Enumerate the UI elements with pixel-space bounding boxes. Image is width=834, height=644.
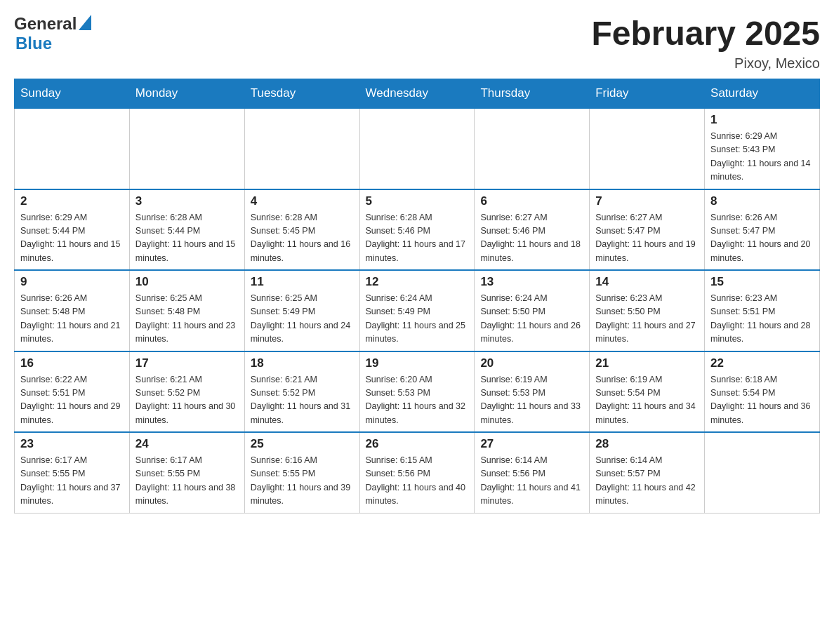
table-row: 6Sunrise: 6:27 AMSunset: 5:46 PMDaylight… xyxy=(475,189,590,271)
calendar-header-row: Sunday Monday Tuesday Wednesday Thursday… xyxy=(15,79,820,109)
day-number: 6 xyxy=(480,194,583,208)
day-info: Sunrise: 6:17 AMSunset: 5:55 PMDaylight:… xyxy=(135,454,239,509)
day-number: 7 xyxy=(595,194,699,208)
week-row: 1Sunrise: 6:29 AMSunset: 5:43 PMDaylight… xyxy=(15,108,820,189)
day-info: Sunrise: 6:24 AMSunset: 5:49 PMDaylight:… xyxy=(366,292,469,347)
table-row xyxy=(15,108,130,189)
table-row: 11Sunrise: 6:25 AMSunset: 5:49 PMDayligh… xyxy=(244,270,359,351)
day-info: Sunrise: 6:14 AMSunset: 5:56 PMDaylight:… xyxy=(480,454,583,509)
table-row: 1Sunrise: 6:29 AMSunset: 5:43 PMDaylight… xyxy=(705,108,820,189)
day-number: 10 xyxy=(135,275,239,289)
day-info: Sunrise: 6:29 AMSunset: 5:44 PMDaylight:… xyxy=(20,211,124,266)
day-info: Sunrise: 6:28 AMSunset: 5:45 PMDaylight:… xyxy=(251,211,354,266)
day-info: Sunrise: 6:17 AMSunset: 5:55 PMDaylight:… xyxy=(20,454,124,509)
table-row: 27Sunrise: 6:14 AMSunset: 5:56 PMDayligh… xyxy=(475,432,590,513)
day-info: Sunrise: 6:28 AMSunset: 5:46 PMDaylight:… xyxy=(366,211,469,266)
logo: General Blue xyxy=(14,14,91,53)
day-info: Sunrise: 6:29 AMSunset: 5:43 PMDaylight:… xyxy=(710,130,814,185)
day-number: 19 xyxy=(366,356,469,370)
day-number: 1 xyxy=(710,113,814,127)
table-row xyxy=(359,108,475,189)
day-number: 16 xyxy=(20,356,124,370)
day-info: Sunrise: 6:18 AMSunset: 5:54 PMDaylight:… xyxy=(710,373,814,428)
day-number: 18 xyxy=(251,356,354,370)
week-row: 2Sunrise: 6:29 AMSunset: 5:44 PMDaylight… xyxy=(15,189,820,271)
table-row: 7Sunrise: 6:27 AMSunset: 5:47 PMDaylight… xyxy=(590,189,705,271)
table-row: 5Sunrise: 6:28 AMSunset: 5:46 PMDaylight… xyxy=(359,189,475,271)
table-row: 16Sunrise: 6:22 AMSunset: 5:51 PMDayligh… xyxy=(15,351,130,433)
week-row: 23Sunrise: 6:17 AMSunset: 5:55 PMDayligh… xyxy=(15,432,820,513)
header-thursday: Thursday xyxy=(475,79,590,109)
table-row: 18Sunrise: 6:21 AMSunset: 5:52 PMDayligh… xyxy=(244,351,359,433)
day-number: 11 xyxy=(251,275,354,289)
table-row: 21Sunrise: 6:19 AMSunset: 5:54 PMDayligh… xyxy=(590,351,705,433)
header-saturday: Saturday xyxy=(705,79,820,109)
day-info: Sunrise: 6:26 AMSunset: 5:47 PMDaylight:… xyxy=(710,211,814,266)
day-number: 24 xyxy=(135,437,239,451)
day-info: Sunrise: 6:28 AMSunset: 5:44 PMDaylight:… xyxy=(135,211,239,266)
day-info: Sunrise: 6:21 AMSunset: 5:52 PMDaylight:… xyxy=(251,373,354,428)
logo-general-text: General xyxy=(14,14,77,34)
table-row: 10Sunrise: 6:25 AMSunset: 5:48 PMDayligh… xyxy=(129,270,244,351)
day-number: 15 xyxy=(710,275,814,289)
day-info: Sunrise: 6:16 AMSunset: 5:55 PMDaylight:… xyxy=(251,454,354,509)
day-info: Sunrise: 6:27 AMSunset: 5:46 PMDaylight:… xyxy=(480,211,583,266)
day-number: 3 xyxy=(135,194,239,208)
page-header: General Blue February 2025 Pixoy, Mexico xyxy=(14,14,820,72)
calendar-table: Sunday Monday Tuesday Wednesday Thursday… xyxy=(14,79,820,514)
day-number: 23 xyxy=(20,437,124,451)
day-info: Sunrise: 6:14 AMSunset: 5:57 PMDaylight:… xyxy=(595,454,699,509)
table-row: 8Sunrise: 6:26 AMSunset: 5:47 PMDaylight… xyxy=(705,189,820,271)
day-info: Sunrise: 6:23 AMSunset: 5:51 PMDaylight:… xyxy=(710,292,814,347)
day-info: Sunrise: 6:25 AMSunset: 5:49 PMDaylight:… xyxy=(251,292,354,347)
day-number: 2 xyxy=(20,194,124,208)
table-row: 3Sunrise: 6:28 AMSunset: 5:44 PMDaylight… xyxy=(129,189,244,271)
day-number: 17 xyxy=(135,356,239,370)
header-sunday: Sunday xyxy=(15,79,130,109)
header-friday: Friday xyxy=(590,79,705,109)
day-number: 9 xyxy=(20,275,124,289)
day-number: 12 xyxy=(366,275,469,289)
day-info: Sunrise: 6:24 AMSunset: 5:50 PMDaylight:… xyxy=(480,292,583,347)
table-row: 14Sunrise: 6:23 AMSunset: 5:50 PMDayligh… xyxy=(590,270,705,351)
table-row xyxy=(475,108,590,189)
day-info: Sunrise: 6:15 AMSunset: 5:56 PMDaylight:… xyxy=(366,454,469,509)
table-row: 15Sunrise: 6:23 AMSunset: 5:51 PMDayligh… xyxy=(705,270,820,351)
day-info: Sunrise: 6:20 AMSunset: 5:53 PMDaylight:… xyxy=(366,373,469,428)
day-number: 28 xyxy=(595,437,699,451)
table-row: 13Sunrise: 6:24 AMSunset: 5:50 PMDayligh… xyxy=(475,270,590,351)
table-row xyxy=(244,108,359,189)
day-number: 22 xyxy=(710,356,814,370)
day-number: 13 xyxy=(480,275,583,289)
logo-blue-text: Blue xyxy=(15,34,52,53)
table-row: 23Sunrise: 6:17 AMSunset: 5:55 PMDayligh… xyxy=(15,432,130,513)
table-row: 4Sunrise: 6:28 AMSunset: 5:45 PMDaylight… xyxy=(244,189,359,271)
day-number: 21 xyxy=(595,356,699,370)
day-number: 14 xyxy=(595,275,699,289)
title-section: February 2025 Pixoy, Mexico xyxy=(591,14,820,72)
day-info: Sunrise: 6:27 AMSunset: 5:47 PMDaylight:… xyxy=(595,211,699,266)
day-number: 4 xyxy=(251,194,354,208)
table-row: 19Sunrise: 6:20 AMSunset: 5:53 PMDayligh… xyxy=(359,351,475,433)
table-row xyxy=(705,432,820,513)
table-row: 26Sunrise: 6:15 AMSunset: 5:56 PMDayligh… xyxy=(359,432,475,513)
svg-marker-0 xyxy=(79,15,91,30)
table-row: 9Sunrise: 6:26 AMSunset: 5:48 PMDaylight… xyxy=(15,270,130,351)
table-row xyxy=(129,108,244,189)
day-number: 5 xyxy=(366,194,469,208)
table-row: 28Sunrise: 6:14 AMSunset: 5:57 PMDayligh… xyxy=(590,432,705,513)
day-number: 20 xyxy=(480,356,583,370)
day-number: 8 xyxy=(710,194,814,208)
header-monday: Monday xyxy=(129,79,244,109)
table-row: 2Sunrise: 6:29 AMSunset: 5:44 PMDaylight… xyxy=(15,189,130,271)
day-info: Sunrise: 6:19 AMSunset: 5:53 PMDaylight:… xyxy=(480,373,583,428)
day-info: Sunrise: 6:19 AMSunset: 5:54 PMDaylight:… xyxy=(595,373,699,428)
table-row: 25Sunrise: 6:16 AMSunset: 5:55 PMDayligh… xyxy=(244,432,359,513)
day-info: Sunrise: 6:23 AMSunset: 5:50 PMDaylight:… xyxy=(595,292,699,347)
logo-triangle-icon xyxy=(79,15,91,33)
day-info: Sunrise: 6:25 AMSunset: 5:48 PMDaylight:… xyxy=(135,292,239,347)
table-row: 17Sunrise: 6:21 AMSunset: 5:52 PMDayligh… xyxy=(129,351,244,433)
day-info: Sunrise: 6:22 AMSunset: 5:51 PMDaylight:… xyxy=(20,373,124,428)
header-tuesday: Tuesday xyxy=(244,79,359,109)
table-row xyxy=(590,108,705,189)
